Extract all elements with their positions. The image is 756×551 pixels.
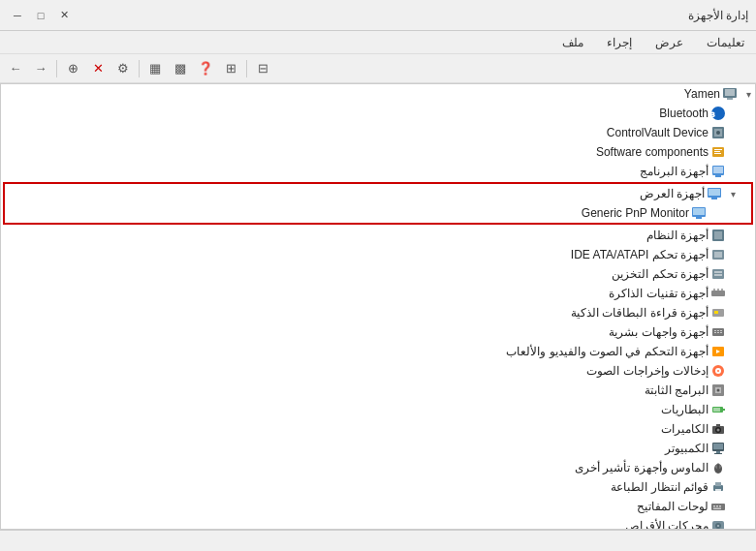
display-adapters-item[interactable]: أجهزة العرض — [5, 184, 751, 203]
list-item[interactable]: أجهزة تحكم IDE ATA/ATAPI — [1, 245, 755, 264]
list-item[interactable]: قوائم انتظار الطباعة — [1, 477, 755, 497]
menu-item-action[interactable]: إجراء — [599, 34, 640, 51]
computer-label: الكمبيوتر — [5, 442, 709, 455]
list-item[interactable]: البرامج الثابتة — [1, 381, 755, 400]
device-tree[interactable]: Yamen ʙ Bluetooth Contro — [0, 83, 756, 530]
storage-label: أجهزة تحكم التخزين — [5, 267, 709, 281]
svg-rect-55 — [716, 424, 720, 427]
svg-point-45 — [717, 370, 719, 372]
view-devices-connection-button[interactable]: ▩ — [169, 57, 192, 80]
maximize-button[interactable]: □ — [31, 6, 50, 25]
svg-rect-68 — [713, 505, 715, 507]
svg-rect-65 — [715, 482, 721, 486]
list-item[interactable]: الكمبيوتر — [1, 439, 755, 458]
list-item[interactable]: أجهزة التحكم في الصوت والفيديو والألعاب — [1, 342, 755, 361]
list-item[interactable]: ʙ Bluetooth — [1, 104, 755, 123]
audio-io-label: إدخالات وإخراجات الصوت — [5, 364, 709, 378]
minimize-button[interactable]: ─ — [8, 6, 27, 25]
svg-rect-33 — [714, 311, 718, 314]
svg-rect-9 — [714, 149, 722, 150]
audio-video-icon — [710, 344, 726, 359]
disk-drives-icon — [710, 518, 726, 530]
help-button[interactable]: ⊟ — [251, 57, 274, 80]
view-devices-type-button[interactable]: ▦ — [143, 57, 167, 80]
display-adapters-label: أجهزة العرض — [9, 187, 705, 200]
display-adapter-icon — [707, 186, 722, 201]
remove-device-button[interactable]: ✕ — [86, 57, 110, 80]
list-item[interactable]: محركات الأقراص — [1, 516, 755, 530]
tree-root-item[interactable]: Yamen — [1, 84, 755, 104]
controlvault-label: ControlVault Device — [5, 126, 709, 139]
svg-rect-57 — [713, 444, 723, 449]
svg-rect-22 — [714, 231, 722, 239]
view-resources-connection-button[interactable]: ⊞ — [219, 57, 242, 80]
controlvault-icon — [710, 125, 726, 140]
firmware-icon — [710, 383, 726, 398]
menu-item-view[interactable]: عرض — [647, 34, 691, 51]
list-item[interactable]: أجهزة قراءة البطاقات الذكية — [1, 303, 755, 322]
disk-drives-label: محركات الأقراص — [5, 519, 709, 530]
list-item[interactable]: أجهزة تحكم التخزين — [1, 264, 755, 284]
root-label: Yamen — [5, 87, 720, 101]
toolbar-separator-2 — [139, 60, 140, 77]
display-adapters-group: أجهزة العرض Generic PnP Monitor — [3, 182, 753, 225]
svg-rect-31 — [721, 289, 723, 291]
list-item[interactable]: إدخالات وإخراجات الصوت — [1, 361, 755, 381]
generic-pnp-item[interactable]: Generic PnP Monitor — [5, 203, 751, 223]
svg-rect-24 — [714, 252, 722, 258]
back-button[interactable]: ← — [4, 57, 27, 80]
svg-rect-59 — [714, 453, 722, 454]
svg-rect-27 — [714, 274, 722, 276]
menu-item-help[interactable]: تعليمات — [699, 34, 752, 51]
svg-rect-36 — [717, 330, 719, 331]
menu-item-file[interactable]: ملف — [554, 34, 591, 51]
firmware-label: البرامج الثابتة — [5, 383, 709, 397]
svg-rect-11 — [714, 153, 721, 154]
svg-rect-37 — [720, 330, 722, 331]
toolbar: ← → ⊕ ✕ ⚙ ▦ ▩ ❓ ⊞ ⊟ — [0, 54, 756, 83]
program-devices-icon — [710, 164, 726, 179]
svg-rect-2 — [725, 89, 735, 96]
computer2-icon — [710, 441, 726, 456]
list-item[interactable]: الكاميرات — [1, 419, 755, 439]
svg-rect-29 — [713, 289, 715, 291]
svg-point-74 — [717, 525, 719, 527]
forward-button[interactable]: → — [29, 57, 52, 80]
svg-rect-1 — [727, 98, 733, 100]
list-item[interactable]: أجهزة واجهات بشرية — [1, 322, 755, 342]
system-icon — [710, 228, 726, 243]
window-controls: ─ □ ✕ — [8, 6, 74, 25]
list-item[interactable]: Software components — [1, 142, 755, 162]
svg-rect-66 — [715, 489, 721, 493]
audio-video-label: أجهزة التحكم في الصوت والفيديو والألعاب — [5, 345, 709, 358]
svg-rect-51 — [713, 408, 720, 412]
list-item[interactable]: ControlVault Device — [1, 123, 755, 142]
svg-rect-16 — [709, 189, 720, 196]
svg-rect-28 — [711, 291, 725, 296]
keyboards-label: لوحات المفاتيح — [5, 500, 709, 513]
view-resources-type-button[interactable]: ❓ — [194, 57, 217, 80]
list-item[interactable]: البطاريات — [1, 400, 755, 419]
ide-icon — [710, 247, 726, 262]
program-devices-label: أجهزة البرنامج — [5, 165, 709, 178]
list-item[interactable]: أجهزة النظام — [1, 226, 755, 245]
svg-rect-19 — [693, 208, 705, 215]
properties-button[interactable]: ⚙ — [111, 57, 135, 80]
computer-icon — [722, 86, 738, 102]
print-queues-icon — [710, 479, 726, 495]
list-item[interactable]: لوحات المفاتيح — [1, 497, 755, 516]
hid-icon — [710, 324, 726, 340]
window-title: إدارة الأجهزة — [688, 9, 748, 22]
svg-rect-71 — [713, 508, 721, 510]
scan-hardware-button[interactable]: ⊕ — [61, 57, 84, 80]
svg-rect-10 — [714, 151, 720, 152]
toolbar-separator-3 — [246, 60, 247, 77]
list-item[interactable]: أجهزة البرنامج — [1, 162, 755, 181]
storage-icon — [710, 266, 726, 282]
list-item[interactable]: الماوس وأجهزة تأشير أخرى — [1, 458, 755, 477]
status-bar — [0, 530, 756, 551]
list-item[interactable]: أجهزة تقنيات الذاكرة — [1, 284, 755, 303]
software-icon — [710, 144, 726, 160]
close-button[interactable]: ✕ — [54, 6, 74, 25]
svg-point-54 — [717, 429, 720, 432]
